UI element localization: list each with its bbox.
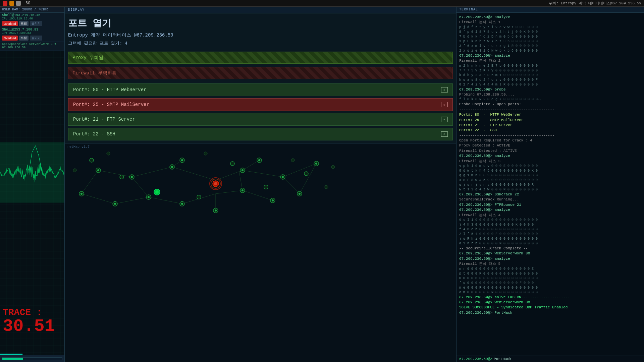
- trace-display: TRACE : 30.51: [3, 307, 55, 335]
- port-item-22[interactable]: Port#: 22 - SSH ⊞: [68, 128, 453, 140]
- terminal-input[interactable]: [494, 357, 641, 361]
- connection-ip-2: IP: 253.7.100.83: [2, 32, 62, 35]
- svg-point-54: [331, 165, 335, 169]
- main-layout: USED RAM: 288mb / 761mb Shell@193.219.16…: [0, 7, 644, 362]
- close-icon[interactable]: [3, 1, 7, 6]
- progress-bar-fill: [2, 358, 23, 360]
- svg-point-58: [241, 169, 244, 171]
- terminal-line: 0 2 r 4 i y 4 a 4 m s R 0 0 0 0 0 0 0 0: [459, 82, 641, 87]
- progress-bar-container: [2, 357, 62, 360]
- svg-point-69: [299, 193, 301, 195]
- svg-point-46: [304, 172, 308, 176]
- terminal-line: p j d f z t y z i 9 c v w z 0 0 E 0 0 0: [459, 25, 641, 30]
- terminal-line: Firewall 분석 패스 4: [459, 213, 641, 218]
- svg-point-66: [114, 203, 116, 205]
- port-icon-25: ⊞: [441, 102, 448, 107]
- port-item-21[interactable]: Port#: 21 - FTP Server ⊞: [68, 113, 453, 126]
- terminal-line: 67.209.236.59@> FTPBounce 21: [459, 202, 641, 207]
- port-item-80[interactable]: Port#: 80 - HTTP WebServer ⊞: [68, 83, 453, 96]
- terminal-line: q j u r j y n y 0 0 0 0 0 0 0 0 0 0 R: [459, 183, 641, 187]
- hide-btn-1[interactable]: 숨기기: [30, 21, 42, 26]
- terminal-line: 67.209.236.59@> analyze: [459, 256, 641, 261]
- terminal-line: 67.209.236.59@> probe: [459, 87, 641, 92]
- terminal-line: Firewall 분석 패스 5: [459, 261, 641, 266]
- svg-point-48: [230, 162, 234, 166]
- top-bar: 60 위치: Entropy 계약 데이터베이스@67.209.236.59: [0, 0, 644, 7]
- terminal-line: 67.209.236.59@> SSHcrack 22: [459, 192, 641, 197]
- connection-actions-2: Overload 트림 숨기기: [2, 36, 62, 41]
- graph-area: TRACE : 30.51: [0, 51, 64, 355]
- svg-point-42: [155, 190, 159, 194]
- netmap-svg: [65, 143, 456, 362]
- terminal-line: Firewall Detected : ACTIVE: [459, 148, 641, 154]
- terminal-line: n r 0 0 0 0 0 0 0 0 0 0 0 0 0 0 0 0 E: [459, 267, 641, 272]
- right-panel: TERMINAL 67.209.236.59@> analyzeFirewall…: [456, 7, 644, 362]
- terminal-line: f 4 D e b 0 0 0 0 0 0 0 0 0 0 0 0 0 0 0: [459, 227, 641, 232]
- svg-point-24: [214, 182, 217, 185]
- terminal-line: 67.209.236.59@> WebServerWorm 80.: [459, 300, 641, 305]
- terminal-line: 67.209.236.59@> analyze: [459, 53, 641, 58]
- left-panel: USED RAM: 288mb / 761mb Shell@193.219.16…: [0, 7, 65, 362]
- terminal-line: 67.209.236.59@> analyze: [459, 15, 641, 20]
- top-bar-location: 위치: Entropy 계약 데이터베이스@67.209.236.59: [549, 1, 641, 6]
- connection-item-1: Shell@193.219.16.46 IP: 193.219.16.46 Ov…: [0, 13, 64, 27]
- connection-name-2: Shell@253.7.100.83: [2, 28, 62, 32]
- terminal-line: 67.209.236.59@> solve EKDFRN............…: [459, 295, 641, 300]
- terminal-input-line: 67.209.236.59@>: [457, 356, 644, 362]
- terminal-line: ----------------------------------------…: [459, 107, 641, 112]
- terminal-line: 67.209.236.59@> PortHack: [459, 310, 641, 315]
- svg-point-56: [131, 176, 133, 178]
- crack-info: 크랙에 필요한 포트 열기: 4: [65, 39, 456, 47]
- netmap-label: netMap v1.7: [67, 145, 90, 149]
- overload-btn-2[interactable]: Overload: [2, 36, 18, 41]
- terminal-line: a 3 n r b 0 0 0 0 0 N 0 0 0 0 0 0 0 0 0: [459, 241, 641, 246]
- minimize-icon[interactable]: [9, 1, 14, 6]
- trim-btn-2[interactable]: 트림: [19, 36, 29, 41]
- svg-point-50: [325, 185, 328, 189]
- terminal-line: w t s 3 g 4 z w 0 0 0 N 0 0 0 0 0 0 0 0: [459, 187, 641, 192]
- terminal-line: 2 l f 5 4 0 0 0 0 F 0 0 0 0 0 0 0 0 0 0: [459, 232, 641, 237]
- port-icon-21: ⊞: [441, 117, 448, 122]
- terminal-line: k d b y 2 a r D 6 m 1 0 0 0 0 0 0 0 0 0: [459, 73, 641, 78]
- terminal-line: h u a s 8 d 2 f q s v 0 0 0 0 0 0 0 0 F: [459, 78, 641, 82]
- netmap-section: netMap v1.7: [65, 143, 456, 362]
- terminal-line: SecureShellCrack Running...: [459, 197, 641, 202]
- trim-btn-1[interactable]: 트림: [19, 21, 29, 26]
- terminal-line: Probe Complete - Open ports:: [459, 102, 641, 107]
- terminal-line: p t 0 0 0 K 0 0 0 0 0 0 0 0 0 0 0 0 0 0: [459, 272, 641, 276]
- overload-btn-1[interactable]: Overload: [2, 21, 18, 26]
- terminal-line: x e F 8 w a 5 9 0 0 0 0 0 0 0 0 0 0 0 0: [459, 178, 641, 183]
- terminal-line: m e 0 0 0 R 0 0 0 0 0 0 0 0 0 0 0 0 0 0: [459, 286, 641, 290]
- svg-point-52: [204, 152, 207, 155]
- terminal-line: q g 1 m n u 8 3 0 0 0 0 0 0 0 0 0 0 D 0: [459, 173, 641, 178]
- terminal-line: j 4 h 3 0 0 0 0 0 0 0 0 0 0 K 0 0 0 0: [459, 223, 641, 227]
- terminal-line: Port#: 25 - SMTP MailServer: [459, 118, 641, 123]
- terminal-line: 3 f 6 x m l v r c r z g 1 R 0 0 0 0 0 0: [459, 44, 641, 49]
- gear-icon[interactable]: [16, 1, 21, 6]
- firewall-section: Firewall 무력화됨: [68, 67, 453, 79]
- port-label-21: Port#: 21 - FTP Server: [73, 117, 135, 122]
- connection-actions-1: Overload 트림 숨기기: [2, 21, 62, 26]
- terminal-line: Probing 67.209.236.59....: [459, 92, 641, 97]
- terminal-line: v p h i 0 m d v 0 0 0 E 0 0 0 0 0 0 0 0: [459, 164, 641, 169]
- svg-point-59: [282, 176, 284, 178]
- terminal-line: Open Ports Required for Crack : 4: [459, 138, 641, 143]
- terminal-line: 0 0 0 0 D 0 0 0 0 0 0 0 0 0 0 0 0 0 0 0: [459, 276, 641, 281]
- connection-name-1: Shell@193.219.16.46: [2, 13, 62, 17]
- hide-btn-2[interactable]: 숨기기: [30, 36, 42, 41]
- terminal-line: -- SecureShellCrack Complete --: [459, 246, 641, 251]
- port-open-title: 포트 열기: [65, 13, 456, 31]
- terminal-line: 67.209.236.59@> analyze: [459, 207, 641, 213]
- terminal-line: f u 0 0 0 0 0 0 0 0 0 0 0 0 0 F 0 0 0: [459, 281, 641, 286]
- terminal-content[interactable]: 67.209.236.59@> analyzeFirewall 분석 패스 1p…: [457, 13, 644, 356]
- svg-point-44: [197, 195, 201, 199]
- connection-item-2: Shell@253.7.100.83 IP: 253.7.100.83 Over…: [0, 27, 64, 42]
- terminal-line: ----------------------------------------…: [459, 133, 641, 138]
- ram-info: USED RAM: 288mb / 761mb: [0, 7, 64, 13]
- terminal-line: 3 p F k n h z w k h z u 5 0 0 0 0 0 0 0: [459, 39, 641, 44]
- terminal-line: 2 x q z e 3 l 6 N w p k p 6 0 0 0 0 0 0: [459, 49, 641, 53]
- terminal-line: Port#: 21 - FTP Server: [459, 123, 641, 128]
- port-item-25[interactable]: Port#: 25 - SMTP MailServer ⊞: [68, 98, 453, 111]
- left-bottom-bar: [0, 355, 64, 362]
- svg-point-65: [80, 193, 83, 195]
